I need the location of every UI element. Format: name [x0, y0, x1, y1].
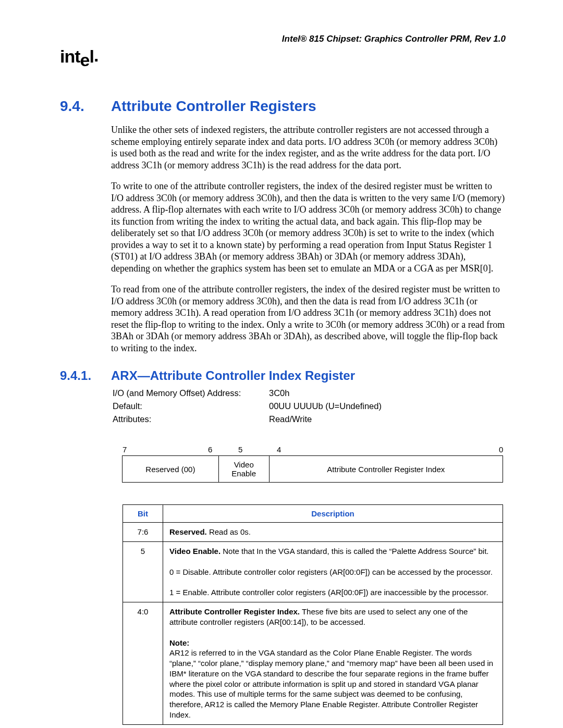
description-cell: Reserved. Read as 0s. — [163, 523, 503, 542]
prop-label: Attributes: — [112, 413, 267, 425]
paragraph: To read from one of the attribute contro… — [111, 283, 506, 354]
doc-header: Intel® 815 Chipset: Graphics Controller … — [60, 34, 506, 44]
prop-value: 3C0h — [268, 387, 382, 399]
bit-tick: 6 — [208, 445, 212, 454]
description-cell: Video Enable. Note that In the VGA stand… — [163, 542, 503, 602]
table-row: 7:6Reserved. Read as 0s. — [123, 523, 503, 542]
prop-label: Default: — [112, 400, 267, 412]
bit-field: Attribute Controller Register Index — [269, 455, 503, 483]
table-row: 4:0Attribute Controller Register Index. … — [123, 602, 503, 725]
intel-logo: intel. — [60, 46, 506, 67]
section-heading: 9.4.Attribute Controller Registers — [60, 98, 506, 115]
paragraph: Unlike the other sets of indexed registe… — [111, 124, 506, 171]
bit-cell: 7:6 — [123, 523, 163, 542]
subsection-heading: 9.4.1.ARX—Attribute Controller Index Reg… — [60, 368, 506, 383]
description-table: Bit Description 7:6Reserved. Read as 0s.… — [123, 504, 503, 725]
section-number: 9.4. — [60, 98, 111, 115]
prop-row: I/O (and Memory Offset) Address: 3C0h — [112, 387, 382, 399]
paragraph: To write to one of the attribute control… — [111, 180, 506, 274]
table-row: 5Video Enable. Note that In the VGA stan… — [123, 542, 503, 602]
table-header-desc: Description — [163, 505, 503, 523]
bit-field: Reserved (00) — [122, 455, 219, 483]
bit-tick: 7 — [123, 445, 127, 454]
table-header-bit: Bit — [123, 505, 163, 523]
prop-row: Attributes: Read/Write — [112, 413, 382, 425]
subsection-title: ARX—Attribute Controller Index Register — [111, 368, 355, 382]
register-properties: I/O (and Memory Offset) Address: 3C0h De… — [111, 386, 383, 426]
bit-cell: 4:0 — [123, 602, 163, 725]
bit-tick: 0 — [499, 445, 503, 454]
description-cell: Attribute Controller Register Index. The… — [163, 602, 503, 725]
bit-diagram: 76540 Reserved (00)VideoEnableAttribute … — [123, 445, 503, 483]
section-title: Attribute Controller Registers — [111, 98, 316, 114]
subsection-number: 9.4.1. — [60, 368, 111, 383]
prop-label: I/O (and Memory Offset) Address: — [112, 387, 267, 399]
bit-field: VideoEnable — [218, 455, 270, 483]
bit-cell: 5 — [123, 542, 163, 602]
prop-value: Read/Write — [268, 413, 382, 425]
prop-value: 00UU UUUUb (U=Undefined) — [268, 400, 382, 412]
bit-tick: 4 — [277, 445, 281, 454]
bit-tick: 5 — [238, 445, 242, 454]
prop-row: Default: 00UU UUUUb (U=Undefined) — [112, 400, 382, 412]
